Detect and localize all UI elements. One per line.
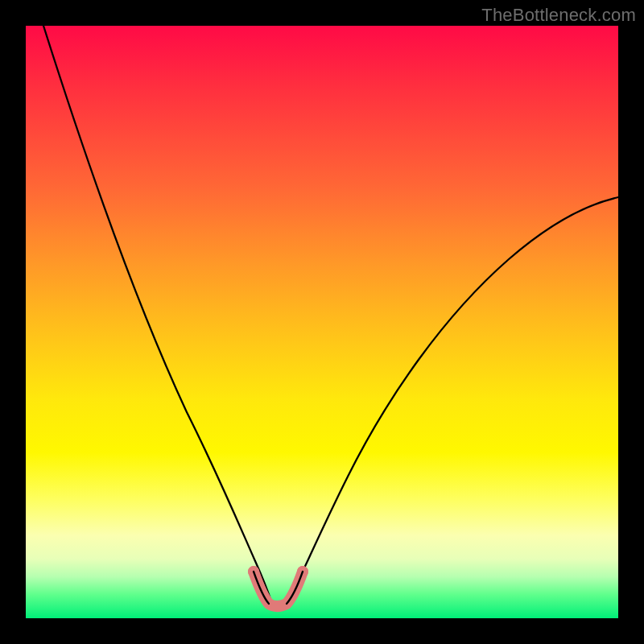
watermark-text: TheBottleneck.com xyxy=(481,5,636,26)
chart-plot-area xyxy=(26,26,618,618)
left-curve-line xyxy=(43,26,272,604)
chart-curves-svg xyxy=(26,26,618,618)
right-curve-line xyxy=(287,197,618,604)
chart-frame: TheBottleneck.com xyxy=(0,0,644,644)
